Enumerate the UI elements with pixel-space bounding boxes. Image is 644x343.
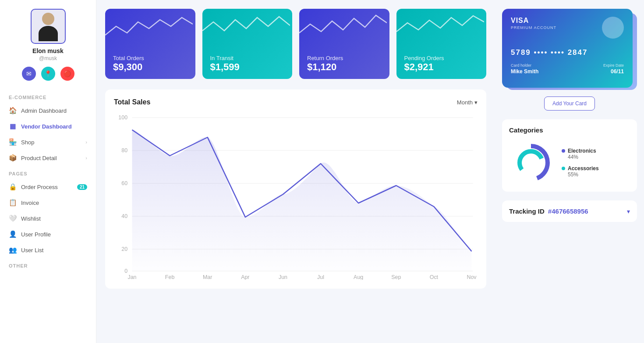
svg-text:80: 80 — [121, 147, 127, 154]
section-label-other: OTHER — [0, 258, 96, 271]
sidebar-item-invoice[interactable]: 📋 Invoice — [0, 195, 96, 211]
email-icon-button[interactable]: ✉ — [22, 67, 36, 81]
svg-text:Sep: Sep — [391, 274, 401, 280]
visa-circle-decoration — [602, 17, 624, 39]
svg-text:Oct: Oct — [430, 274, 439, 280]
visa-card-wrap: VISA PREMIUM ACCOUNT 5789 •••• •••• 2847 — [502, 9, 637, 96]
chevron-right-icon: › — [85, 139, 87, 145]
chevron-down-icon: ▾ — [474, 99, 478, 106]
stat-label: In Transit — [210, 55, 234, 61]
sidebar-item-order-process[interactable]: 🔒 Order Process 21 — [0, 179, 96, 195]
visa-holder-label: Card holder — [511, 63, 538, 68]
stat-label: Total Orders — [113, 55, 144, 61]
section-label-pages: PAGES — [0, 166, 96, 179]
categories-content: Electronics 44% Accessories 55% — [509, 141, 630, 185]
stat-value: $2,921 — [404, 61, 434, 73]
visa-card-section: VISA PREMIUM ACCOUNT 5789 •••• •••• 2847 — [502, 9, 637, 111]
home-icon: 🏠 — [9, 107, 17, 114]
invoice-icon: 📋 — [9, 199, 17, 207]
svg-text:40: 40 — [121, 213, 127, 219]
users-icon: 👥 — [9, 246, 17, 254]
wishlist-icon: 🤍 — [9, 214, 17, 222]
svg-text:Aug: Aug — [354, 274, 363, 280]
tracking-expand-icon[interactable]: ▾ — [627, 208, 630, 215]
visa-card-footer: Card holder Mike Smith Expire Date 06/11 — [511, 63, 624, 75]
chart-area: 100 80 60 40 20 0 — [114, 113, 478, 280]
visa-card-number: 5789 •••• •••• 2847 — [511, 48, 624, 57]
svg-text:Feb: Feb — [165, 274, 175, 280]
sidebar-item-label: User Profile — [21, 231, 51, 238]
stat-card-pending-orders: Pending Orders $2,921 — [396, 9, 487, 79]
visa-holder-name: Mike Smith — [511, 68, 538, 75]
avatar-head — [42, 13, 54, 25]
sidebar-item-admin-dashboard[interactable]: 🏠 Admin Dashboard — [0, 103, 96, 118]
sidebar: Elon musk @musk ✉ 📍 🔴 E-COMMERCE 🏠 Admin… — [0, 0, 96, 343]
visa-number-suffix: 2847 — [568, 48, 588, 57]
stat-value: $1,120 — [307, 61, 336, 73]
stat-card-return-orders: Return Orders $1,120 — [299, 9, 389, 79]
chart-section: Total Sales Month ▾ — [105, 89, 486, 289]
order-process-badge: 21 — [77, 184, 87, 190]
sidebar-item-vendor-dashboard[interactable]: ▦ Vendor Dashboard — [0, 118, 96, 134]
sidebar-item-label: Order Process — [21, 184, 58, 190]
chart-filter-button[interactable]: Month ▾ — [457, 99, 478, 106]
electronics-pct: 44% — [568, 154, 599, 160]
avatar — [31, 9, 66, 44]
visa-brand-label: VISA — [511, 17, 556, 25]
svg-text:Jul: Jul — [317, 274, 324, 280]
stat-card-total-orders: Total Orders $9,300 — [105, 9, 195, 79]
visa-account-type: PREMIUM ACCOUNT — [511, 25, 556, 30]
sidebar-item-label: Wishlist — [21, 215, 41, 222]
sidebar-item-user-list[interactable]: 👥 User List — [0, 242, 96, 258]
legend-item-accessories: Accessories 55% — [562, 165, 599, 178]
sidebar-item-label: User List — [21, 247, 43, 254]
chart-header: Total Sales Month ▾ — [114, 98, 478, 106]
sidebar-item-user-profile[interactable]: 👤 User Profile — [0, 226, 96, 242]
sidebar-item-label: Admin Dashboard — [21, 107, 67, 114]
location-icon-button[interactable]: 📍 — [41, 67, 55, 81]
tracking-title: Tracking ID — [509, 207, 545, 215]
accessories-dot — [562, 167, 565, 170]
electronics-dot — [562, 149, 565, 153]
avatar-body — [39, 26, 58, 41]
sidebar-username: Elon musk — [32, 47, 64, 54]
visa-card-header: VISA PREMIUM ACCOUNT — [511, 17, 624, 39]
chevron-right-icon: › — [85, 155, 87, 161]
product-icon: 📦 — [9, 154, 17, 162]
svg-text:Jun: Jun — [279, 274, 287, 280]
add-card-button[interactable]: Add Your Card — [544, 96, 595, 111]
lock-icon: 🔒 — [9, 183, 17, 191]
sidebar-item-label: Vendor Dashboard — [21, 123, 72, 130]
chart-title: Total Sales — [114, 98, 150, 106]
sidebar-handle: @musk — [39, 55, 57, 61]
stat-label: Return Orders — [307, 55, 343, 61]
categories-section: Categories — [502, 119, 637, 192]
sidebar-item-shop[interactable]: 🏪 Shop › — [0, 134, 96, 150]
sidebar-item-label: Shop — [21, 139, 34, 146]
tracking-section: Tracking ID #4676658956 ▾ — [502, 200, 637, 222]
categories-title: Categories — [509, 126, 630, 134]
svg-text:Jan: Jan — [127, 274, 136, 280]
user-icon: 👤 — [9, 230, 17, 238]
sidebar-item-wishlist[interactable]: 🤍 Wishlist — [0, 211, 96, 226]
accessories-label: Accessories — [568, 165, 599, 172]
main-content: Total Orders $9,300 In Transit $1,599 — [96, 0, 644, 343]
svg-text:Nov: Nov — [467, 274, 477, 280]
right-panel: VISA PREMIUM ACCOUNT 5789 •••• •••• 2847 — [495, 0, 644, 343]
stat-label: Pending Orders — [404, 55, 444, 61]
section-label-ecommerce: E-COMMERCE — [0, 89, 96, 103]
stat-value: $1,599 — [210, 61, 240, 73]
svg-text:60: 60 — [121, 180, 127, 186]
sidebar-profile: Elon musk @musk ✉ 📍 🔴 — [0, 9, 96, 89]
svg-text:Mar: Mar — [203, 274, 212, 280]
svg-point-23 — [520, 151, 542, 174]
categories-legend: Electronics 44% Accessories 55% — [562, 148, 599, 178]
notification-icon-button[interactable]: 🔴 — [60, 67, 74, 81]
svg-text:0: 0 — [124, 268, 127, 274]
visa-card: VISA PREMIUM ACCOUNT 5789 •••• •••• 2847 — [502, 9, 633, 88]
visa-holder-section: Card holder Mike Smith — [511, 63, 538, 75]
tracking-id: #4676658956 — [548, 207, 588, 215]
accessories-pct: 55% — [568, 172, 599, 178]
sidebar-item-product-detail[interactable]: 📦 Product Detail › — [0, 150, 96, 166]
tracking-header: Tracking ID #4676658956 ▾ — [509, 207, 630, 215]
